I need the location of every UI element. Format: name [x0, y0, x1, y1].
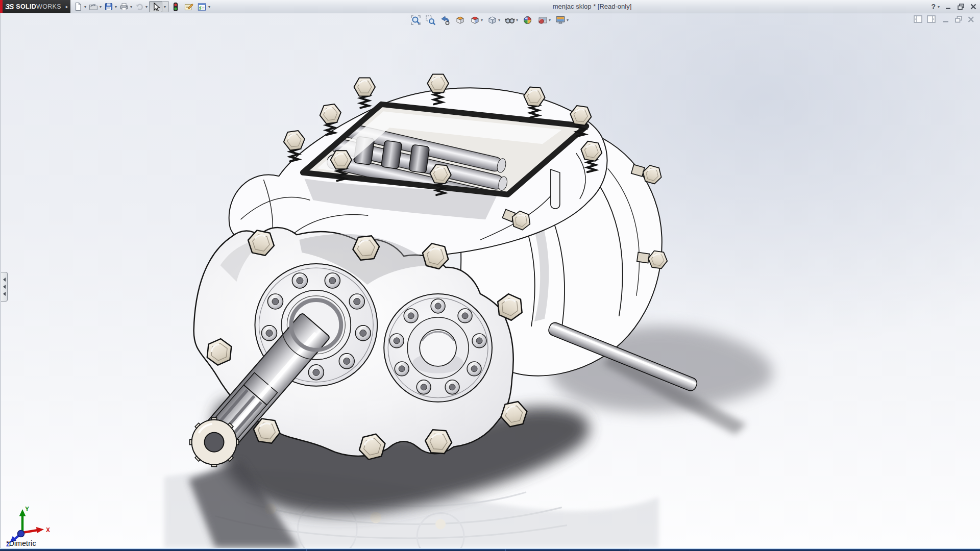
zoom-to-fit-button[interactable] — [409, 14, 422, 26]
checklist-caret[interactable]: ▾ — [208, 5, 210, 9]
document-title: menjac sklop * [Read-only] — [516, 3, 669, 10]
doc-close-button[interactable] — [967, 16, 975, 23]
collapse-arrow-icon — [3, 278, 6, 282]
brand-name-bold: SOLID — [16, 3, 36, 10]
design-checklist-icon — [197, 2, 207, 12]
solidworks-menu-button[interactable]: ЗS SOLIDWORKS — [0, 0, 63, 13]
close-icon — [970, 3, 977, 10]
select-tool-caret[interactable]: ▾ — [162, 1, 169, 12]
app-minimize-button[interactable] — [945, 3, 952, 10]
open-document-button[interactable] — [88, 1, 99, 12]
solidworks-logo-icon: ЗS — [5, 3, 13, 11]
doc-close-icon — [967, 16, 975, 23]
pane-toggle-left-button[interactable] — [914, 15, 922, 23]
heads-up-view-toolbar: ▾ ▾ ▾ — [409, 14, 570, 26]
app-close-button[interactable] — [970, 3, 977, 10]
apply-scene-button[interactable]: ▾ — [536, 14, 552, 26]
new-caret[interactable]: ▾ — [84, 5, 86, 9]
previous-view-button[interactable] — [439, 14, 452, 26]
print-icon — [119, 2, 129, 11]
pane-toggle-right-button[interactable] — [927, 15, 936, 23]
traffic-light-icon — [172, 2, 179, 12]
status-light-button[interactable] — [171, 1, 180, 12]
new-document-icon — [74, 2, 83, 11]
glasses-icon — [504, 15, 516, 26]
open-caret[interactable]: ▾ — [100, 5, 102, 9]
doc-minimize-button[interactable] — [942, 16, 950, 23]
spline-shaft-end — [190, 418, 239, 467]
apply-scene-icon — [537, 15, 548, 26]
new-document-button[interactable] — [72, 1, 84, 12]
minimize-icon — [945, 3, 952, 10]
gearbox-model[interactable] — [1, 13, 980, 548]
select-cursor-icon — [151, 2, 161, 12]
output-bearing-boss[interactable] — [384, 294, 492, 402]
feature-manager-collapsed-tab[interactable] — [1, 272, 8, 302]
previous-view-icon — [440, 15, 451, 26]
brand-name-light: WORKS — [36, 3, 61, 10]
status-strip — [0, 548, 980, 551]
zoom-to-area-icon — [425, 15, 436, 26]
hide-show-items-button[interactable]: ▾ — [503, 14, 519, 26]
menu-expand-arrow[interactable]: ▸ — [63, 0, 70, 13]
section-view-button[interactable] — [454, 14, 467, 26]
triad-x-label: X — [46, 527, 50, 534]
zoom-to-fit-icon — [410, 15, 421, 26]
title-bar: ЗS SOLIDWORKS ▸ ▾ ▾ ▾ — [0, 0, 980, 13]
doc-restore-button[interactable] — [954, 15, 963, 23]
pane-left-icon — [914, 15, 922, 23]
comment-note-icon — [184, 2, 193, 12]
appearance-sphere-icon — [522, 15, 533, 26]
doc-restore-icon — [954, 15, 963, 23]
save-caret[interactable]: ▾ — [115, 5, 117, 9]
open-folder-icon — [89, 2, 98, 11]
section-view-icon — [455, 15, 465, 26]
undo-icon — [135, 2, 144, 11]
save-button[interactable] — [103, 1, 114, 12]
help-caret[interactable]: ▾ — [938, 5, 940, 9]
view-orientation-button[interactable]: ▾ — [469, 14, 484, 26]
pane-right-icon — [927, 15, 936, 23]
checklist-button[interactable] — [196, 1, 208, 12]
app-window-controls: ? ▾ — [931, 0, 977, 13]
view-orientation-label: *Dimetric — [6, 539, 36, 547]
view-settings-button[interactable]: ▾ — [554, 14, 570, 26]
doc-minimize-icon — [942, 16, 950, 23]
view-settings-icon — [555, 15, 566, 26]
select-tool-button[interactable] — [149, 1, 162, 12]
graphics-area[interactable]: ▾ ▾ ▾ — [0, 13, 980, 548]
brand-red-stripe — [0, 0, 3, 13]
undo-button[interactable] — [134, 1, 145, 12]
help-button[interactable]: ? — [931, 3, 936, 11]
document-window-controls — [914, 15, 975, 23]
app-restore-button[interactable] — [957, 3, 965, 10]
save-floppy-icon — [104, 2, 113, 11]
triad-y-label: Y — [25, 506, 29, 513]
display-style-icon — [487, 15, 498, 26]
collapse-arrow-icon — [3, 292, 6, 296]
display-style-button[interactable]: ▾ — [486, 14, 501, 26]
print-button[interactable] — [118, 1, 130, 12]
collapse-arrow-icon — [3, 285, 6, 289]
comment-button[interactable] — [183, 1, 194, 12]
standard-toolbar: ▾ ▾ ▾ ▾ — [72, 1, 212, 13]
print-caret[interactable]: ▾ — [130, 5, 132, 9]
restore-icon — [957, 3, 965, 10]
undo-caret[interactable]: ▾ — [145, 5, 148, 9]
zoom-to-area-button[interactable] — [424, 14, 437, 26]
edit-appearance-button[interactable] — [521, 14, 534, 26]
view-orientation-icon — [470, 15, 480, 26]
